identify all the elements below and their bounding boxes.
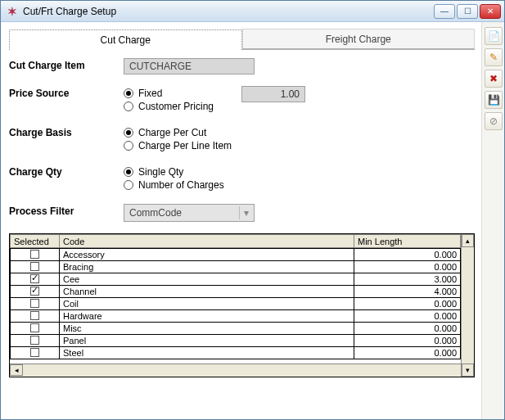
process-filter-label: Process Filter (9, 204, 124, 217)
cut-charge-item-field[interactable]: CUTCHARGE (124, 58, 255, 75)
charge-basis-label: Charge Basis (9, 125, 124, 138)
table-row[interactable]: Steel0.000 (11, 347, 461, 359)
tab-cut-charge[interactable]: Cut Charge (9, 29, 242, 50)
tab-bar: Cut Charge Freight Charge (9, 29, 475, 50)
selected-cell[interactable] (11, 261, 60, 273)
code-cell: Accessory (60, 249, 354, 261)
min-length-cell[interactable]: 0.000 (354, 298, 461, 310)
process-filter-combo[interactable]: CommCode ▾ (124, 204, 255, 222)
code-cell: Bracing (60, 261, 354, 273)
col-min-length[interactable]: Min Length (354, 235, 461, 248)
radio-icon (124, 141, 133, 151)
selected-cell[interactable] (11, 323, 60, 335)
table-row[interactable]: Misc0.000 (11, 323, 461, 335)
cancel-icon: ⊘ (489, 115, 498, 127)
code-cell: Cee (60, 273, 354, 286)
checkbox-icon[interactable] (30, 348, 39, 357)
side-toolbar: 📄 ✎ ✖ 💾 ⊘ (481, 22, 504, 419)
selected-cell[interactable] (11, 298, 60, 310)
radio-icon (124, 102, 133, 111)
min-length-cell[interactable]: 0.000 (354, 249, 461, 261)
radio-label: Customer Pricing (138, 101, 214, 112)
scroll-left-icon[interactable]: ◂ (10, 364, 23, 376)
checkbox-icon[interactable] (30, 299, 39, 308)
selected-cell[interactable] (11, 335, 60, 347)
titlebar: ✶ Cut/Frt Charge Setup — ☐ ✕ (1, 1, 504, 22)
charge-basis-per-line[interactable]: Charge Per Line Item (124, 140, 232, 151)
edit-icon: ✎ (489, 52, 498, 63)
checkbox-icon[interactable] (30, 250, 39, 259)
scroll-up-icon[interactable]: ▴ (462, 234, 474, 247)
window-title: Cut/Frt Charge Setup (23, 6, 434, 17)
radio-icon (124, 167, 133, 177)
radio-icon (124, 88, 133, 98)
code-cell: Misc (60, 323, 354, 335)
checkbox-icon[interactable] (30, 287, 39, 296)
charge-qty-number[interactable]: Number of Charges (124, 179, 224, 191)
code-cell: Channel (60, 286, 354, 298)
code-cell: Panel (60, 335, 354, 347)
checkbox-icon[interactable] (30, 262, 39, 271)
code-cell: Hardware (60, 310, 354, 323)
min-length-cell[interactable]: 0.000 (354, 323, 461, 335)
table-body: Accessory0.000Bracing0.000Cee3.000Channe… (11, 249, 461, 359)
radio-icon (124, 180, 133, 190)
radio-label: Fixed (138, 88, 162, 99)
chevron-down-icon: ▾ (239, 206, 252, 219)
col-code[interactable]: Code (60, 235, 354, 248)
selected-cell[interactable] (11, 249, 60, 261)
table-row[interactable]: Channel4.000 (11, 286, 461, 298)
window-frame: ✶ Cut/Frt Charge Setup — ☐ ✕ Cut Charge … (0, 0, 505, 420)
horizontal-scrollbar[interactable]: ◂ (10, 364, 461, 377)
radio-label: Charge Per Cut (138, 127, 206, 138)
new-button[interactable]: 📄 (485, 27, 503, 45)
min-length-cell[interactable]: 3.000 (354, 273, 461, 286)
radio-icon (124, 128, 133, 138)
table-row[interactable]: Cee3.000 (11, 273, 461, 286)
min-length-cell[interactable]: 0.000 (354, 347, 461, 359)
delete-icon: ✖ (489, 73, 498, 84)
min-length-cell[interactable]: 0.000 (354, 261, 461, 273)
selected-cell[interactable] (11, 347, 60, 359)
table-row[interactable]: Hardware0.000 (11, 310, 461, 323)
selected-cell[interactable] (11, 273, 60, 286)
edit-button[interactable]: ✎ (485, 48, 503, 66)
table-row[interactable]: Panel0.000 (11, 335, 461, 347)
save-button[interactable]: 💾 (485, 91, 503, 109)
price-source-customer[interactable]: Customer Pricing (124, 101, 214, 112)
checkbox-icon[interactable] (30, 323, 39, 332)
charge-basis-group: Charge Per Cut Charge Per Line Item (124, 125, 232, 153)
price-value-field[interactable]: 1.00 (241, 86, 305, 102)
selected-cell[interactable] (11, 286, 60, 298)
vertical-scrollbar[interactable]: ▴ ▾ (461, 234, 474, 377)
minimize-button[interactable]: — (434, 4, 455, 19)
main-pane: Cut Charge Freight Charge Cut Charge Ite… (1, 22, 481, 419)
table-row[interactable]: Accessory0.000 (11, 249, 461, 261)
table-row[interactable]: Coil0.000 (11, 298, 461, 310)
min-length-cell[interactable]: 4.000 (354, 286, 461, 298)
charge-basis-per-cut[interactable]: Charge Per Cut (124, 127, 232, 138)
close-button[interactable]: ✕ (480, 4, 501, 19)
radio-label: Number of Charges (138, 179, 224, 191)
table-row[interactable]: Bracing0.000 (11, 261, 461, 273)
scroll-down-icon[interactable]: ▾ (462, 364, 474, 377)
min-length-cell[interactable]: 0.000 (354, 335, 461, 347)
charge-qty-label: Charge Qty (9, 165, 124, 178)
cancel-button[interactable]: ⊘ (485, 112, 503, 130)
commcode-table: Selected Code Min Length Accessory0.000B… (9, 233, 475, 377)
min-length-cell[interactable]: 0.000 (354, 310, 461, 323)
col-selected[interactable]: Selected (11, 235, 60, 248)
code-cell: Steel (60, 347, 354, 359)
save-icon: 💾 (488, 94, 500, 106)
checkbox-icon[interactable] (30, 274, 39, 283)
checkbox-icon[interactable] (30, 311, 39, 320)
tab-freight-charge[interactable]: Freight Charge (242, 29, 476, 49)
price-source-fixed[interactable]: Fixed (124, 88, 214, 99)
app-icon: ✶ (6, 5, 19, 18)
charge-qty-single[interactable]: Single Qty (124, 166, 224, 178)
selected-cell[interactable] (11, 310, 60, 323)
delete-button[interactable]: ✖ (485, 70, 503, 88)
maximize-button[interactable]: ☐ (457, 4, 478, 19)
checkbox-icon[interactable] (30, 336, 39, 345)
code-cell: Coil (60, 298, 354, 310)
